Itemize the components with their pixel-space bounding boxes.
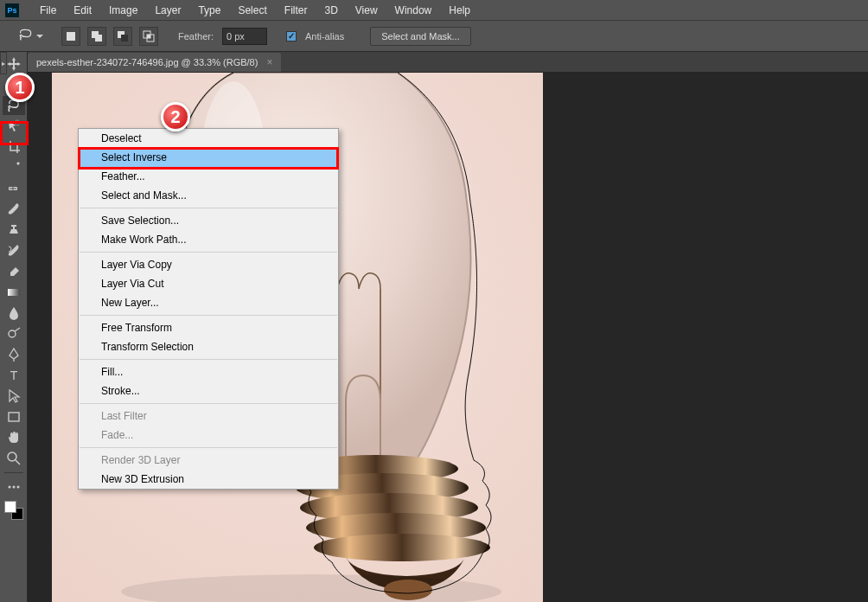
menu-view[interactable]: View — [347, 4, 386, 16]
menu-type[interactable]: Type — [189, 4, 229, 16]
svg-point-18 — [16, 486, 19, 489]
context-menu: Deselect Select Inverse Feather... Selec… — [78, 128, 339, 490]
ctx-last-filter: Last Filter — [79, 407, 338, 426]
foreground-background-swatch[interactable] — [4, 501, 23, 520]
antialias-checkbox[interactable] — [286, 31, 297, 42]
menu-edit[interactable]: Edit — [65, 4, 100, 16]
selection-intersect-icon[interactable] — [139, 27, 158, 46]
svg-rect-11 — [8, 289, 20, 296]
selection-subtract-icon[interactable] — [113, 27, 132, 46]
svg-rect-0 — [67, 32, 75, 41]
rectangle-tool-icon[interactable] — [3, 407, 25, 426]
pen-tool-icon[interactable] — [3, 345, 25, 364]
menu-filter[interactable]: Filter — [276, 4, 316, 16]
tool-preset-picker[interactable] — [17, 28, 43, 45]
edit-toolbar-icon[interactable] — [3, 477, 25, 496]
dodge-tool-icon[interactable] — [3, 324, 25, 343]
ctx-stroke[interactable]: Stroke... — [79, 381, 338, 400]
app-short: Ps — [7, 6, 16, 15]
type-tool-icon[interactable]: T — [3, 366, 25, 385]
annotation-box-1 — [0, 121, 29, 145]
ctx-deselect[interactable]: Deselect — [79, 129, 338, 148]
ctx-feather[interactable]: Feather... — [79, 167, 338, 186]
ctx-separator — [80, 208, 337, 208]
annotation-callout-2: 2 — [161, 102, 190, 131]
brush-tool-icon[interactable] — [3, 200, 25, 219]
collapse-handle[interactable]: ▸ — [0, 52, 7, 74]
svg-point-16 — [8, 486, 10, 489]
ctx-fade: Fade... — [79, 426, 338, 445]
menu-select[interactable]: Select — [229, 4, 275, 16]
svg-rect-14 — [9, 413, 19, 421]
svg-rect-2 — [95, 35, 102, 42]
menu-window[interactable]: Window — [386, 4, 441, 16]
eraser-tool-icon[interactable] — [3, 262, 25, 281]
menubar: Ps File Edit Image Layer Type Select Fil… — [0, 0, 868, 21]
document-tabbar: pexels-esther-234072-746496.jpg @ 33.3% … — [0, 52, 868, 73]
annotation-callout-1: 1 — [5, 73, 35, 102]
svg-text:T: T — [10, 368, 17, 382]
menu-3d[interactable]: 3D — [316, 4, 346, 16]
feather-input[interactable] — [222, 28, 267, 45]
ctx-separator — [80, 447, 337, 448]
history-brush-tool-icon[interactable] — [3, 241, 25, 260]
ctx-new-3d-extrusion[interactable]: New 3D Extrusion — [79, 470, 338, 489]
clone-stamp-tool-icon[interactable] — [3, 221, 25, 240]
path-select-tool-icon[interactable] — [3, 387, 25, 406]
svg-point-15 — [8, 452, 16, 461]
svg-point-12 — [9, 330, 16, 337]
svg-point-27 — [314, 534, 490, 561]
annotation-box-2 — [78, 147, 339, 170]
ctx-layer-via-cut[interactable]: Layer Via Cut — [79, 274, 338, 293]
foreground-color-swatch[interactable] — [4, 501, 16, 513]
document-tab-title: pexels-esther-234072-746496.jpg @ 33.3% … — [36, 57, 258, 67]
zoom-tool-icon[interactable] — [3, 449, 25, 468]
eyedropper-tool-icon[interactable] — [3, 158, 25, 177]
ctx-separator — [80, 252, 337, 253]
ctx-free-transform[interactable]: Free Transform — [79, 318, 338, 337]
document-tab[interactable]: pexels-esther-234072-746496.jpg @ 33.3% … — [28, 53, 281, 72]
ctx-transform-selection[interactable]: Transform Selection — [79, 337, 338, 356]
close-icon[interactable]: × — [266, 56, 272, 68]
menu-file[interactable]: File — [31, 4, 65, 16]
ctx-save-selection[interactable]: Save Selection... — [79, 211, 338, 230]
svg-rect-4 — [121, 35, 128, 42]
options-bar: Feather: Anti-alias Select and Mask... — [0, 21, 868, 52]
antialias-label: Anti-alias — [305, 31, 344, 42]
chevron-down-icon — [36, 35, 43, 38]
svg-rect-7 — [147, 35, 150, 38]
ctx-select-and-mask[interactable]: Select and Mask... — [79, 186, 338, 205]
ctx-make-work-path[interactable]: Make Work Path... — [79, 230, 338, 249]
selection-new-icon[interactable] — [61, 27, 80, 46]
menu-layer[interactable]: Layer — [146, 4, 189, 16]
lasso-icon — [17, 28, 35, 45]
feather-label: Feather: — [178, 31, 214, 42]
menu-help[interactable]: Help — [440, 4, 479, 16]
ctx-new-layer[interactable]: New Layer... — [79, 293, 338, 312]
ctx-layer-via-copy[interactable]: Layer Via Copy — [79, 255, 338, 274]
ctx-fill[interactable]: Fill... — [79, 362, 338, 381]
ctx-separator — [80, 403, 337, 404]
ctx-separator — [80, 315, 337, 316]
healing-brush-tool-icon[interactable] — [3, 179, 25, 198]
select-and-mask-button[interactable]: Select and Mask... — [370, 27, 471, 46]
ctx-render-3d-layer: Render 3D Layer — [79, 451, 338, 470]
toolbar-separator — [4, 472, 23, 473]
selection-add-icon[interactable] — [87, 27, 106, 46]
ctx-separator — [80, 359, 337, 360]
svg-point-17 — [12, 486, 15, 489]
menu-image[interactable]: Image — [100, 4, 146, 16]
gradient-tool-icon[interactable] — [3, 283, 25, 302]
hand-tool-icon[interactable] — [3, 428, 25, 447]
app-icon: Ps — [5, 3, 19, 17]
blur-tool-icon[interactable] — [3, 304, 25, 323]
